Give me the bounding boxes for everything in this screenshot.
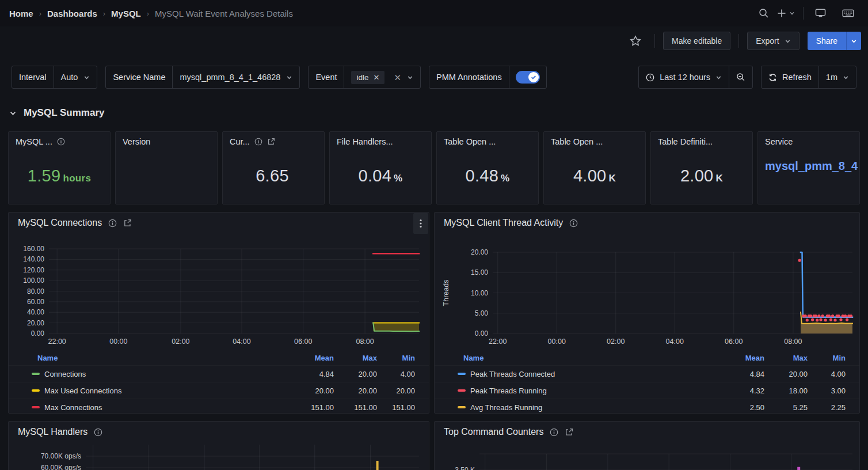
panel-mysql-connections: MySQL Connections 22:0000:0002:0004:0006… [8, 212, 429, 414]
chevron-down-icon [407, 74, 413, 81]
chip-remove-icon[interactable]: ✕ [374, 74, 380, 81]
series-mean: 4.32 [716, 386, 764, 395]
legend-col-mean[interactable]: Mean [285, 353, 334, 362]
stat-panel: MySQL ... 1.59hours [8, 131, 111, 204]
toggle-knob [528, 72, 539, 82]
series-color-swatch [458, 406, 466, 408]
svg-text:00:00: 00:00 [548, 338, 566, 346]
svg-text:60.00: 60.00 [27, 298, 44, 306]
series-name[interactable]: Max Used Connections [44, 386, 121, 395]
series-mean: 2.50 [716, 403, 764, 412]
refresh-interval-select[interactable]: 1m [818, 66, 856, 88]
svg-text:160.00: 160.00 [23, 245, 44, 253]
series-min: 3.00 [797, 386, 846, 395]
refresh-group: Refresh 1m [761, 66, 856, 89]
event-label: Event [309, 66, 344, 88]
service-name-filter: Service Name mysql_pmm_8_4_1_46828 [105, 66, 300, 89]
search-icon[interactable] [753, 4, 775, 22]
svg-text:40.00: 40.00 [27, 308, 44, 316]
legend-row: Connections4.8420.004.00 [9, 365, 429, 382]
series-color-swatch [458, 373, 466, 375]
zoom-out-icon [736, 73, 745, 82]
legend-row: Avg Threads Running2.505.252.25 [435, 399, 859, 414]
divider [738, 34, 739, 48]
stat-panel-title: MySQL ... [16, 137, 52, 146]
svg-text:0.00: 0.00 [475, 329, 489, 338]
legend-row: Peak Threads Connected4.8420.004.00 [435, 365, 859, 382]
legend-col-min[interactable]: Min [367, 353, 415, 362]
pmm-annotations-toggle[interactable] [516, 71, 540, 84]
info-icon[interactable] [57, 138, 65, 146]
chevron-down-icon [286, 74, 292, 81]
panel-mysql-client-thread-activity: MySQL Client Thread Activity 22:0000:000… [434, 212, 860, 414]
legend-col-min[interactable]: Min [797, 353, 846, 362]
chevron-down-icon [851, 38, 857, 44]
svg-text:00:00: 00:00 [109, 338, 127, 346]
clock-icon [646, 73, 654, 82]
divider [803, 7, 804, 20]
svg-text:100.00: 100.00 [23, 276, 44, 285]
mysql-handlers-chart[interactable]: 70.00K ops/s60.00K ops/s [9, 422, 429, 470]
top-nav: Home›Dashboards›MySQL›MySQL Wait Event A… [0, 0, 868, 26]
legend-col-name[interactable]: Name [463, 353, 484, 362]
series-mean: 20.00 [285, 386, 334, 395]
info-icon[interactable] [254, 138, 262, 146]
chevron-down-icon [715, 74, 722, 81]
stat-value: 0.48% [437, 166, 538, 185]
svg-text:02:00: 02:00 [607, 338, 625, 346]
share-button[interactable]: Share [808, 32, 846, 50]
series-name[interactable]: Peak Threads Connected [470, 370, 555, 378]
series-name[interactable]: Avg Threads Running [470, 403, 542, 412]
series-name[interactable]: Max Connections [44, 403, 102, 412]
service-link[interactable]: mysql_pmm_8_4 [765, 160, 859, 173]
svg-text:70.00K ops/s: 70.00K ops/s [41, 452, 81, 460]
stat-panel-title: Cur... [230, 137, 250, 146]
star-icon[interactable] [625, 32, 646, 50]
chevron-down-icon [83, 74, 90, 81]
add-icon[interactable] [775, 4, 797, 22]
section-mysql-summary[interactable]: MySQL Summary [9, 107, 104, 119]
svg-text:04:00: 04:00 [233, 338, 250, 346]
service-name-label: Service Name [106, 66, 173, 88]
clear-icon[interactable]: ✕ [394, 73, 401, 82]
svg-text:08:00: 08:00 [784, 338, 802, 346]
stat-value [116, 166, 217, 185]
top-command-counters-chart[interactable]: 3.50 K [435, 422, 860, 470]
make-editable-button[interactable]: Make editable [663, 32, 730, 50]
series-name[interactable]: Connections [44, 370, 86, 378]
series-mean: 151.00 [285, 403, 334, 412]
panel-top-command-counters: Top Command Counters 3.50 K [434, 421, 860, 470]
share-menu-button[interactable] [846, 32, 861, 50]
svg-text:60.00K ops/s: 60.00K ops/s [41, 464, 81, 470]
stat-panel: Table Open ... 0.48% [436, 131, 539, 204]
svg-text:120.00: 120.00 [23, 266, 44, 274]
legend-col-mean[interactable]: Mean [716, 353, 764, 362]
interval-select[interactable]: Auto [54, 66, 97, 88]
pmm-annotations-control: PMM Annotations [429, 66, 547, 89]
nav-actions [753, 4, 859, 22]
time-range-picker[interactable]: Last 12 hours [639, 66, 729, 88]
service-name-select[interactable]: mysql_pmm_8_4_1_46828 [173, 66, 299, 88]
zoom-out-button[interactable] [729, 66, 752, 88]
external-link-icon[interactable] [267, 138, 275, 146]
event-chip[interactable]: idle ✕ [351, 71, 384, 84]
svg-text:08:00: 08:00 [356, 338, 374, 346]
legend-col-name[interactable]: Name [37, 353, 58, 362]
breadcrumb-item[interactable]: Home [9, 9, 33, 18]
series-name[interactable]: Peak Threads Running [470, 386, 547, 395]
event-filter: Event idle ✕ ✕ [308, 66, 421, 89]
refresh-button[interactable]: Refresh [762, 66, 818, 88]
export-button[interactable]: Export [747, 32, 799, 50]
keyboard-icon[interactable] [837, 4, 859, 22]
breadcrumb-item[interactable]: Dashboards [47, 9, 97, 18]
breadcrumb-item[interactable]: MySQL [111, 9, 141, 18]
svg-text:10.00: 10.00 [471, 289, 488, 297]
event-select[interactable]: idle ✕ ✕ [344, 66, 420, 88]
tv-icon[interactable] [809, 4, 831, 22]
svg-text:3.50 K: 3.50 K [455, 466, 475, 470]
legend-header: NameMeanMaxMin [9, 350, 429, 365]
interval-label: Interval [12, 66, 54, 88]
series-min: 2.25 [797, 403, 846, 412]
interval-filter: Interval Auto [12, 66, 97, 89]
svg-text:22:00: 22:00 [48, 338, 66, 346]
